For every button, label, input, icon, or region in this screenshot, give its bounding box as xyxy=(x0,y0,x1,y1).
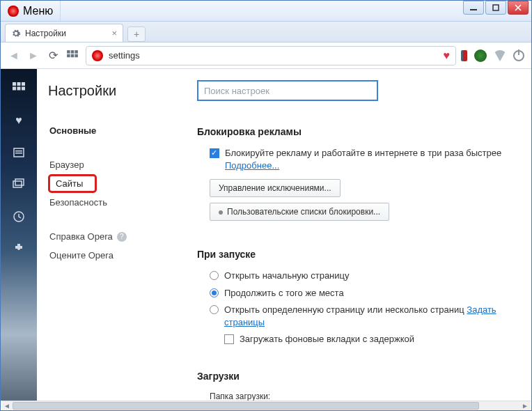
svg-rect-16 xyxy=(15,153,22,154)
svg-rect-6 xyxy=(71,54,75,57)
new-tab-button[interactable]: + xyxy=(127,26,146,42)
menu-label: Меню xyxy=(23,5,53,17)
settings-main: Блокировка рекламы Блокируйте рекламу и … xyxy=(197,69,531,401)
reload-icon[interactable]: ⟳ xyxy=(47,49,59,62)
startup-delay-label: Загружать фоновые вкладки с задержкой xyxy=(240,333,414,346)
rail-history-icon[interactable] xyxy=(12,210,26,224)
nav-security[interactable]: Безопасность xyxy=(48,193,186,212)
tab-title: Настройки xyxy=(25,29,66,38)
svg-rect-9 xyxy=(17,82,21,86)
tab-strip: Настройки × + xyxy=(1,22,531,42)
window-minimize-button[interactable] xyxy=(463,1,484,15)
rail-extensions-icon[interactable] xyxy=(12,242,26,256)
window-close-button[interactable] xyxy=(508,1,529,15)
startup-label-specific: Открыть определенную страницу или нескол… xyxy=(224,304,467,315)
battery-saver-icon[interactable] xyxy=(513,50,524,61)
adblock-manage-exceptions-button[interactable]: Управление исключениями... xyxy=(210,179,341,197)
startup-radio-specific[interactable] xyxy=(210,305,219,314)
svg-rect-18 xyxy=(15,179,24,185)
rail-tabs-icon[interactable] xyxy=(12,178,26,192)
nav-browser[interactable]: Браузер xyxy=(48,155,186,174)
svg-rect-5 xyxy=(67,54,70,57)
scroll-thumb[interactable] xyxy=(13,402,479,410)
svg-rect-3 xyxy=(71,50,75,54)
svg-rect-4 xyxy=(75,50,78,54)
downloads-heading: Загрузки xyxy=(197,371,519,382)
help-icon: ? xyxy=(117,232,127,242)
extension-icon[interactable] xyxy=(463,50,467,61)
startup-radio-continue[interactable] xyxy=(210,288,219,297)
adblock-custom-lists-button[interactable]: Пользовательские списки блокировки... xyxy=(210,203,389,221)
scroll-right-arrow-icon[interactable]: ► xyxy=(519,401,531,410)
sidebar-rail: ♥ xyxy=(1,69,37,401)
svg-rect-0 xyxy=(470,9,477,10)
address-bar[interactable]: settings ♥ xyxy=(86,46,456,65)
tab-close-icon[interactable]: × xyxy=(111,28,117,38)
svg-rect-15 xyxy=(15,150,22,152)
svg-rect-11 xyxy=(13,87,16,91)
opera-logo-icon xyxy=(8,6,19,17)
toolbar-right-icons xyxy=(463,49,524,62)
startup-delay-checkbox[interactable] xyxy=(224,334,234,344)
adblock-learn-more-link[interactable]: Подробнее... xyxy=(225,160,279,171)
gear-icon xyxy=(11,29,21,38)
window-titlebar: Меню xyxy=(1,1,531,22)
scroll-track[interactable] xyxy=(13,401,519,410)
opera-menu-button[interactable]: Меню xyxy=(1,1,61,21)
vpn-globe-icon[interactable] xyxy=(474,49,487,62)
adblock-enable-label: Блокируйте рекламу и работайте в интерне… xyxy=(225,148,501,158)
nav-sites[interactable]: Сайты xyxy=(48,174,97,193)
svg-rect-1 xyxy=(493,5,499,10)
downloads-folder-label: Папка загрузки: xyxy=(210,391,519,401)
toolbar: ◄ ► ⟳ settings ♥ xyxy=(1,42,531,69)
nav-rate[interactable]: Оцените Opera xyxy=(48,246,186,265)
adblock-enable-checkbox[interactable] xyxy=(210,148,219,158)
svg-rect-8 xyxy=(13,82,16,86)
rail-bookmarks-icon[interactable]: ♥ xyxy=(12,114,26,127)
nav-basic[interactable]: Основные xyxy=(48,121,186,140)
opera-badge-icon xyxy=(92,50,103,61)
tab-settings[interactable]: Настройки × xyxy=(5,24,123,42)
adblock-shield-icon[interactable] xyxy=(494,50,506,61)
startup-label-startpage: Открыть начальную страницу xyxy=(224,270,350,282)
settings-search-input[interactable] xyxy=(197,80,378,101)
svg-rect-10 xyxy=(22,82,25,86)
rail-news-icon[interactable] xyxy=(12,146,26,160)
rail-speed-dial-icon[interactable] xyxy=(12,82,26,95)
window-maximize-button[interactable] xyxy=(485,1,506,15)
svg-rect-2 xyxy=(67,50,70,54)
adblock-heading: Блокировка рекламы xyxy=(197,126,519,137)
section-startup: При запуске Открыть начальную страницу П… xyxy=(197,249,519,346)
address-text: settings xyxy=(109,50,140,61)
startup-label-continue: Продолжить с того же места xyxy=(224,287,344,300)
nav-forward-icon[interactable]: ► xyxy=(27,49,40,62)
horizontal-scrollbar[interactable]: ◄ ► xyxy=(1,401,531,410)
section-adblock: Блокировка рекламы Блокируйте рекламу и … xyxy=(197,126,519,224)
svg-rect-17 xyxy=(13,181,22,187)
startup-radio-startpage[interactable] xyxy=(210,271,219,280)
settings-nav: Настройки Основные Браузер Сайты Безопас… xyxy=(37,69,197,401)
startup-heading: При запуске xyxy=(197,249,519,260)
page-title: Настройки xyxy=(48,83,186,99)
nav-help[interactable]: Справка Opera? xyxy=(48,227,186,246)
bookmark-heart-icon[interactable]: ♥ xyxy=(444,49,451,62)
svg-rect-13 xyxy=(22,87,25,91)
scroll-left-arrow-icon[interactable]: ◄ xyxy=(1,401,13,410)
speed-dial-icon[interactable] xyxy=(66,49,79,62)
section-downloads: Загрузки Папка загрузки: Изменить... xyxy=(197,371,519,401)
bullet-icon xyxy=(219,210,223,215)
svg-rect-7 xyxy=(75,54,78,57)
nav-back-icon[interactable]: ◄ xyxy=(8,49,20,62)
svg-rect-12 xyxy=(17,87,21,91)
